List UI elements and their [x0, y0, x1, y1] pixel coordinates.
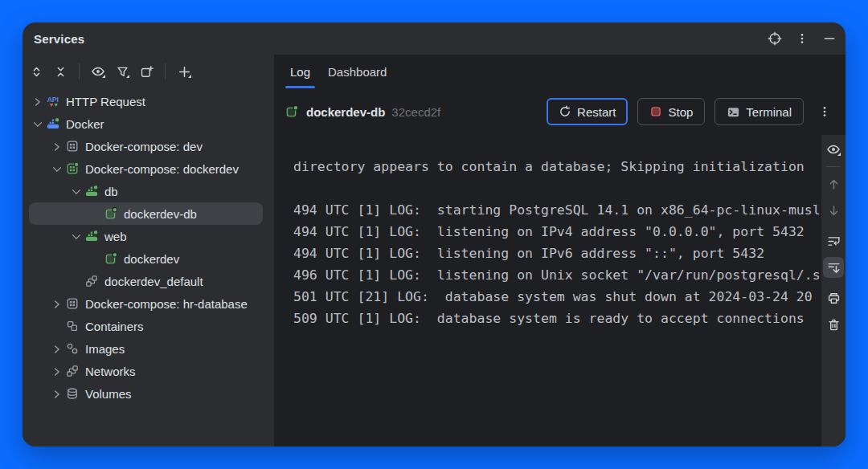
expand-all-button[interactable] [26, 61, 47, 82]
filter-button[interactable] [112, 61, 133, 82]
chevron-down-icon[interactable] [68, 183, 84, 199]
printer-button[interactable] [823, 288, 844, 308]
collapse-all-button[interactable] [50, 61, 71, 82]
log-line [293, 177, 821, 199]
titlebar[interactable]: Services [23, 22, 845, 55]
tree-item-networks[interactable]: Networks [29, 360, 263, 382]
chevron-right-icon[interactable] [48, 385, 64, 402]
target-button[interactable] [764, 27, 786, 50]
log-line: 496 UTC [1] LOG: listening on Unix socke… [293, 264, 821, 286]
tab-dashboard[interactable]: Dashboard [321, 55, 393, 88]
tree-item-docker-compose-dev[interactable]: Docker-compose: dev [29, 135, 263, 157]
chevron-spacer [48, 318, 64, 334]
container-running-icon [103, 206, 119, 222]
container-running-icon [284, 104, 300, 120]
service-more-options-button[interactable] [813, 100, 836, 123]
tree-item-containers[interactable]: Containers [29, 315, 263, 337]
service-header: dockerdev-db 32cecd2f RestartStopTermina… [274, 88, 845, 135]
expand-all-icon [30, 65, 43, 79]
tree-item-label: Volumes [85, 387, 132, 401]
eye-button[interactable] [823, 139, 844, 160]
soft-wrap-button[interactable] [823, 230, 844, 251]
titlebar-actions [764, 27, 841, 50]
tree-item-label: Containers [85, 320, 144, 333]
chevron-right-icon[interactable] [48, 341, 64, 357]
tab-log[interactable]: Log [284, 55, 317, 88]
chevron-right-icon[interactable] [48, 363, 64, 379]
console-toolbar [821, 135, 845, 447]
chevron-down-icon[interactable] [29, 116, 45, 132]
log-line: 501 UTC [21] LOG: database system was sh… [293, 286, 821, 308]
api-icon: API [45, 93, 61, 109]
more-options-button[interactable] [791, 27, 813, 50]
arrow-up-icon [827, 177, 841, 191]
toolbar-separator [826, 166, 841, 167]
stop-button[interactable]: Stop [637, 98, 705, 125]
trash-button[interactable] [823, 314, 844, 335]
tree-item-label: Docker-compose: dev [85, 140, 203, 153]
kebab-icon [796, 32, 809, 45]
chevron-right-icon[interactable] [48, 296, 64, 312]
eye-icon [91, 64, 105, 79]
button-label: Restart [577, 105, 616, 119]
tree-item-dockerdev[interactable]: dockerdev [29, 247, 263, 270]
tree-item-label: Docker-compose: hr-database [85, 297, 248, 311]
terminal-icon [727, 105, 740, 119]
printer-icon [827, 292, 841, 305]
log-line: 494 UTC [1] LOG: listening on IPv4 addre… [293, 221, 821, 243]
log-line: 509 UTC [1] LOG: database system is read… [293, 308, 821, 329]
tree-item-docker-compose-hr-database[interactable]: Docker-compose: hr-database [29, 292, 263, 315]
docker-icon [45, 116, 61, 132]
add-button[interactable] [174, 61, 194, 82]
tree-item-images[interactable]: Images [29, 337, 263, 360]
soft-wrap-icon [827, 234, 841, 248]
service-name: dockerdev-db [306, 105, 385, 119]
svg-text:API: API [47, 96, 58, 104]
eye-button[interactable] [88, 61, 108, 82]
service-actions: RestartStopTerminal [547, 98, 836, 125]
collapse-all-icon [54, 65, 68, 79]
log-line: 494 UTC [1] LOG: starting PostgreSQL 14.… [293, 199, 821, 221]
tree-item-docker[interactable]: Docker [29, 112, 263, 135]
new-tab-button[interactable] [136, 61, 157, 82]
log-output[interactable]: directory appears to contain a database;… [274, 135, 821, 447]
tree-item-docker-compose-dockerdev[interactable]: Docker-compose: dockerdev [29, 157, 263, 180]
tree-item-label: db [104, 185, 118, 198]
add-icon [178, 65, 191, 79]
log-content-row: directory appears to contain a database;… [274, 135, 845, 447]
tree-item-db[interactable]: db [29, 180, 263, 202]
terminal-button[interactable]: Terminal [714, 98, 804, 125]
arrow-up-button[interactable] [823, 173, 844, 194]
tree-item-http-request[interactable]: APIHTTP Request [29, 90, 263, 112]
services-tool-window: Services APIHTTP RequestDockerDocker-com… [23, 22, 845, 447]
stop-icon [649, 105, 662, 118]
services-panel: APIHTTP RequestDockerDocker-compose: dev… [23, 55, 274, 447]
chevron-right-icon[interactable] [29, 93, 45, 109]
service-running-icon [84, 183, 100, 199]
tree-item-dockerdev-db[interactable]: dockerdev-db [29, 202, 263, 225]
chevron-down-icon[interactable] [68, 228, 84, 244]
tree-item-label: Images [85, 342, 125, 356]
trash-icon [827, 318, 841, 332]
arrow-down-button[interactable] [823, 200, 844, 221]
eye-icon [826, 142, 841, 157]
tree-item-web[interactable]: web [29, 225, 263, 247]
services-tree[interactable]: APIHTTP RequestDockerDocker-compose: dev… [23, 88, 274, 447]
restart-button[interactable]: Restart [547, 98, 628, 125]
scroll-end-button[interactable] [823, 257, 844, 278]
tree-item-label: Docker [66, 117, 104, 131]
tree-item-dockerdev-default[interactable]: dockerdev_default [29, 270, 263, 292]
filter-icon [116, 65, 129, 79]
tree-item-label: Networks [85, 365, 136, 378]
log-line: 494 UTC [1] LOG: listening on IPv6 addre… [293, 243, 821, 264]
button-label: Terminal [746, 105, 792, 119]
minimize-button[interactable] [818, 27, 841, 50]
compose-running-icon [64, 161, 80, 177]
chevron-right-icon[interactable] [48, 138, 64, 154]
log-line: directory appears to contain a database;… [293, 156, 821, 177]
chevron-down-icon[interactable] [48, 161, 64, 177]
images-icon [64, 341, 80, 357]
tree-item-label: dockerdev-db [124, 207, 197, 221]
kebab-icon [818, 105, 831, 118]
tree-item-volumes[interactable]: Volumes [29, 382, 263, 405]
